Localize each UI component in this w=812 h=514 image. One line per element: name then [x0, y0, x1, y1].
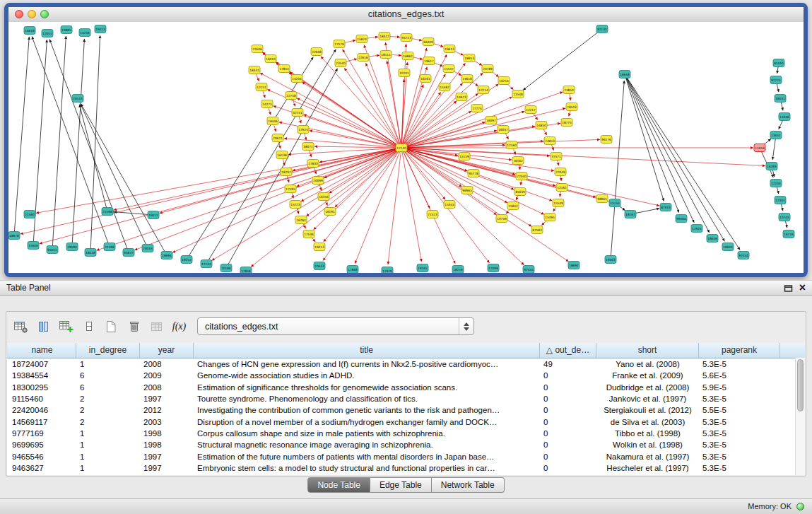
graph-node-label: 16618 [25, 29, 35, 33]
scrollbar-thumb[interactable] [797, 359, 804, 411]
graph-node-label: 17579 [334, 42, 344, 46]
graph-node-label: 19617 [424, 59, 434, 63]
cell: 0 [540, 429, 596, 438]
network-canvas[interactable]: 1724022606160101785414204183321215114275… [8, 22, 804, 273]
graph-node-label: 15547 [444, 67, 454, 71]
close-panel-icon[interactable]: × [799, 281, 806, 294]
table-toolbar: f(x) citations_edges.txt [11, 315, 801, 339]
tab-node-table[interactable]: Node Table [307, 477, 370, 493]
graph-edge [343, 49, 401, 148]
graph-node-label: 18312 [379, 35, 389, 38]
graph-node-label: 18167 [625, 213, 635, 216]
graph-node-label: 22616 [358, 56, 368, 59]
graph-node-label: 10749 [497, 217, 507, 221]
graph-node-label: 19013 [314, 245, 324, 249]
graph-node-label: 13451 [771, 134, 781, 137]
table-row[interactable]: 1938455462009Genome-wide association stu… [8, 370, 805, 381]
function-icon: f(x) [172, 321, 186, 332]
table-row[interactable]: 1872400712008Changes of HCN gene express… [8, 358, 805, 370]
table-row[interactable]: 969969511998Structural magnetic resonanc… [8, 439, 805, 450]
graph-node-label: 78503 [567, 105, 577, 109]
float-panel-icon[interactable] [784, 284, 793, 292]
delete-table-button[interactable] [124, 317, 143, 336]
column-header-1[interactable]: in_degree [76, 343, 140, 358]
graph-node-label: 18418 [86, 251, 95, 255]
window-minimize-button[interactable] [28, 10, 36, 18]
new-table-button[interactable] [102, 317, 121, 336]
graph-edge [114, 212, 153, 215]
graph-node-label: 96176 [601, 138, 611, 141]
citation-network-graph[interactable]: 1724022606160101785414204183321215114275… [8, 22, 804, 273]
graph-edge [90, 35, 100, 252]
cell: Estimation of the future numbers of pati… [194, 452, 540, 461]
column-header-6[interactable]: pagerank [699, 343, 780, 358]
graph-node-label: 16862 [403, 54, 413, 58]
column-header-3[interactable]: title [194, 343, 540, 358]
table-row[interactable]: 946362711997Embryonic stem cells: a mode… [8, 462, 805, 474]
cell: 0 [540, 371, 596, 380]
graph-node-label: 92774 [771, 78, 781, 82]
graph-node-label: 19012 [148, 214, 158, 217]
cell: 2 [76, 395, 140, 403]
table-settings-button[interactable] [11, 317, 30, 336]
graph-node-label: 18259 [453, 268, 463, 271]
show-columns-button[interactable] [34, 317, 53, 336]
graph-node-label: 12104 [771, 182, 781, 185]
graph-node-label: 19590 [67, 245, 77, 249]
table-scrollbar[interactable] [795, 358, 805, 475]
create-column-button[interactable] [57, 317, 76, 336]
column-header-2[interactable]: year [140, 343, 194, 358]
cell: 5.3E-5 [699, 452, 780, 461]
graph-node-label: 16097 [486, 119, 496, 122]
tab-network-table[interactable]: Network Table [432, 477, 505, 493]
cell: 2008 [140, 383, 194, 392]
graph-edge [625, 74, 679, 213]
graph-edge [14, 37, 29, 235]
table-row[interactable]: 2242004622012Investigating the contribut… [8, 404, 805, 416]
graph-node-label: 16284 [296, 218, 306, 222]
row-options-button[interactable] [79, 317, 98, 336]
table-row[interactable]: 946554611997Estimation of the future num… [8, 450, 805, 462]
status-bar: Memory: OK [0, 498, 812, 514]
graph-edge [625, 74, 724, 241]
table-row[interactable]: 977716911998Corpus callosum shape and si… [8, 428, 805, 439]
graph-edge [401, 54, 447, 148]
table-row[interactable]: 1830029562008Estimation of significance … [8, 382, 805, 393]
function-builder-button[interactable]: f(x) [170, 317, 189, 336]
graph-node-label: 19165 [418, 267, 428, 270]
graph-node-label: 23540 [336, 62, 346, 65]
cell: 1998 [140, 440, 194, 449]
cell: Tibbo et al. (1998) [596, 429, 699, 438]
cell: 6 [76, 383, 140, 392]
graph-node-label: 20671 [273, 136, 283, 140]
graph-edge [323, 148, 401, 261]
graph-node-label: 17774 [472, 107, 482, 110]
column-header-0[interactable]: name [8, 343, 76, 358]
window-zoom-button[interactable] [40, 10, 49, 18]
cell: 2009 [140, 371, 194, 380]
cell: Disruption of a novel member of a sodium… [194, 418, 540, 426]
graph-node-label: 15133 [610, 201, 620, 205]
graph-node-label: 98965 [597, 197, 607, 201]
graph-edge [388, 148, 401, 264]
graph-node-label: 17854 [279, 67, 289, 71]
graph-node-label: 27833 [308, 162, 318, 165]
table-row[interactable]: 1456911722003Disruption of a novel membe… [8, 416, 805, 427]
import-table-button[interactable] [147, 317, 166, 336]
tab-edge-table[interactable]: Edge Table [370, 477, 432, 493]
column-header-4[interactable]: △ out_de… [540, 343, 596, 358]
window-close-button[interactable] [15, 10, 23, 18]
graph-node-label: 16138 [277, 153, 287, 157]
graph-node-label: 16191 [325, 210, 335, 214]
table-row[interactable]: 911546021997Tourette syndrome. Phenomeno… [8, 393, 805, 404]
column-header-5[interactable]: short [596, 343, 699, 358]
table-selector-dropdown[interactable]: citations_edges.txt [197, 317, 474, 335]
graph-node-label: 17144 [201, 262, 211, 266]
attribute-table: namein_degreeyeartitle△ out_de…shortpage… [7, 343, 805, 475]
memory-status-indicator[interactable] [796, 503, 804, 510]
graph-edge [401, 92, 563, 148]
table-header-row: namein_degreeyeartitle△ out_de…shortpage… [7, 343, 805, 358]
cell: 9115460 [8, 395, 76, 403]
cell: Hescheler et al. (1997) [596, 464, 699, 472]
window-titlebar[interactable]: citations_edges.txt [8, 7, 804, 23]
